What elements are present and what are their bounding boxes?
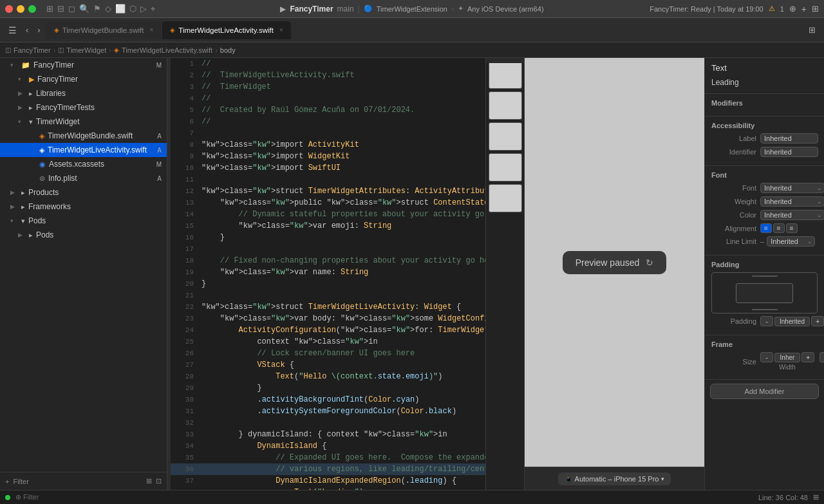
maximize-button[interactable] [28, 5, 36, 13]
alignment-row: Alignment ≡ ≡ ≡ [711, 223, 818, 233]
play-button[interactable]: ▶ [280, 5, 286, 14]
sidebar-item-timerwidget[interactable]: ▾ ▾ TimerWidget [0, 115, 167, 129]
device-selector-button[interactable]: 📱 Automatic – iPhone 15 Pro ▾ [558, 472, 671, 485]
sidebar-item-pods-sub[interactable]: ▶ ▸ Pods [0, 228, 167, 242]
inspector-header: Text Leading [705, 58, 824, 94]
align-left-button[interactable]: ≡ [760, 223, 772, 233]
sidebar-item-liveactivity[interactable]: ◈ TimerWidgetLiveActivity.swift A [0, 143, 167, 157]
code-line: 6// [171, 116, 485, 127]
filter-label: Filter [13, 478, 28, 485]
sidebar-item-fancytimer[interactable]: ▾ ▶ FancyTimer [0, 72, 167, 86]
traffic-lights[interactable] [5, 5, 36, 13]
minimize-button[interactable] [17, 5, 24, 13]
padding-plus-button[interactable]: + [811, 316, 824, 326]
preview-thumb-3[interactable] [489, 122, 522, 151]
forward-button[interactable]: › [34, 23, 43, 37]
code-line: 30 .activityBackgroundTint(Color.cyan) [171, 394, 485, 406]
padding-label: Padding [711, 317, 756, 325]
breadcrumb-item-4[interactable]: body [220, 46, 236, 54]
tab-close-icon-2[interactable]: × [279, 26, 283, 33]
sidebar-item-bundle[interactable]: ◈ TimerWidgetBundle.swift A [0, 129, 167, 143]
tree-toggle-icon[interactable]: ▶ [18, 104, 26, 111]
color-label: Color [711, 211, 756, 219]
sidebar-item-libraries[interactable]: ▶ ▸ Libraries [0, 86, 167, 100]
tree-toggle-icon[interactable]: ▶ [10, 189, 18, 196]
sidebar-toggle-button[interactable]: ☰ [5, 23, 20, 37]
width-plus-button[interactable]: + [801, 352, 814, 362]
padding-bottom-handle[interactable] [752, 309, 778, 310]
layout-button[interactable]: ⊞ [812, 4, 819, 14]
breadcrumb-item-1[interactable]: FancyTimer [14, 46, 51, 54]
title-bar-right: FancyTimer: Ready | Today at 19:00 ⚠ 1 ⊕… [650, 4, 819, 14]
padding-top-handle[interactable] [752, 275, 778, 277]
status-options-icon: ⊞ [813, 493, 819, 501]
add-button[interactable]: + [801, 4, 807, 14]
sidebar-item-label: TimerWidgetLiveActivity.swift [48, 145, 154, 154]
sidebar-item-fancytimer-root[interactable]: ▾ 📁 FancyTimer M [0, 58, 167, 72]
title-bar-center: ▶ FancyTimer main | 🔵 TimerWidgetExtensi… [280, 5, 543, 14]
refresh-button[interactable]: ↻ [646, 257, 653, 268]
tree-toggle-icon[interactable]: ▾ [18, 118, 26, 125]
code-line: 21 [171, 290, 485, 301]
code-line: 23 "kw">class="kw">var body: "kw">class=… [171, 313, 485, 324]
breadcrumb-item-3[interactable]: TimerWidgetLiveActivity.swift [122, 46, 212, 54]
breadcrumb-item-2[interactable]: TimerWidget [66, 46, 106, 54]
tree-toggle-icon[interactable]: ▶ [10, 203, 18, 210]
sidebar-options-btn[interactable]: ⊞ [146, 477, 152, 485]
height-minus-button[interactable]: - [819, 352, 824, 362]
app-title: FancyTimer [290, 5, 333, 14]
label-input[interactable] [760, 133, 818, 144]
code-editor[interactable]: 1//2// TimerWidgetLiveActivity.swift3// … [171, 58, 485, 490]
color-select[interactable]: Inherited [760, 210, 824, 220]
folder-icon: ▸ [29, 231, 33, 239]
line-number: 20 [173, 278, 194, 290]
line-number: 8 [173, 139, 194, 151]
sidebar-item-infoplist[interactable]: ⊛ Info.plist A [0, 171, 167, 185]
tab-bundle-swift[interactable]: ◈ TimerWidgetBundle.swift × [46, 21, 162, 39]
line-number: 34 [173, 440, 194, 452]
sidebar-item-products[interactable]: ▶ ▸ Products [0, 185, 167, 200]
back-button[interactable]: ‹ [23, 23, 32, 37]
close-button[interactable] [5, 5, 13, 13]
preview-thumb-2[interactable] [489, 91, 522, 120]
line-number: 16 [173, 232, 194, 243]
sidebar-item-pods[interactable]: ▾ ▾ Pods [0, 214, 167, 228]
width-minus-button[interactable]: - [760, 352, 773, 362]
preview-thumb-5[interactable] [489, 184, 522, 212]
weight-select[interactable]: Inherited [760, 196, 824, 207]
sidebar-item-xcassets[interactable]: ◉ Assets.xcassets M [0, 157, 167, 171]
line-limit-select[interactable]: Inherited [767, 236, 815, 247]
preview-thumb-4[interactable] [489, 153, 522, 182]
sidebar-options-btn2[interactable]: ⊡ [156, 477, 162, 485]
weight-row: Weight Inherited [711, 196, 818, 207]
sidebar-item-label: FancyTimerTests [36, 103, 162, 112]
line-content: } dynamicIsland: { context "kw">class="k… [201, 429, 483, 440]
line-number: 29 [173, 382, 194, 394]
padding-minus-button[interactable]: - [760, 316, 773, 326]
font-select[interactable]: Inherited [760, 183, 824, 193]
size-label: Size [711, 358, 756, 366]
inspector-frame: Frame Size - Inher + Width [705, 335, 824, 380]
tree-toggle-icon[interactable]: ▾ [18, 76, 26, 82]
line-number: 11 [173, 174, 194, 185]
line-number: 21 [173, 290, 194, 301]
preview-thumb-1[interactable] [489, 61, 522, 89]
line-content: "kw">class="kw">public "kw">class="kw">s… [201, 197, 485, 209]
tree-toggle-icon[interactable]: ▶ [18, 232, 26, 238]
align-right-button[interactable]: ≡ [786, 223, 798, 233]
tab-liveactivity-swift[interactable]: ◈ TimerWidgetLiveActivity.swift × [162, 21, 290, 39]
tree-toggle-icon[interactable]: ▾ [10, 218, 18, 224]
identifier-label: Identifier [711, 148, 756, 156]
sidebar-item-frameworks[interactable]: ▶ ▸ Frameworks [0, 200, 167, 214]
tree-toggle-icon[interactable]: ▶ [18, 90, 26, 97]
sidebar-item-fancytimertests[interactable]: ▶ ▸ FancyTimerTests [0, 100, 167, 115]
tree-toggle-icon[interactable]: ▾ [10, 62, 18, 68]
inspector-toggle-button[interactable]: ⊞ [805, 23, 819, 37]
align-center-button[interactable]: ≡ [773, 223, 785, 233]
code-line: 24 ActivityConfiguration("kw">class="kw"… [171, 324, 485, 336]
identifier-input[interactable] [760, 147, 818, 157]
line-content: // Fixed non-changing properties about y… [201, 255, 485, 266]
add-modifier-button[interactable]: Add Modifier [710, 384, 819, 399]
tab-close-icon[interactable]: × [149, 26, 153, 33]
line-number: 2 [173, 70, 194, 81]
